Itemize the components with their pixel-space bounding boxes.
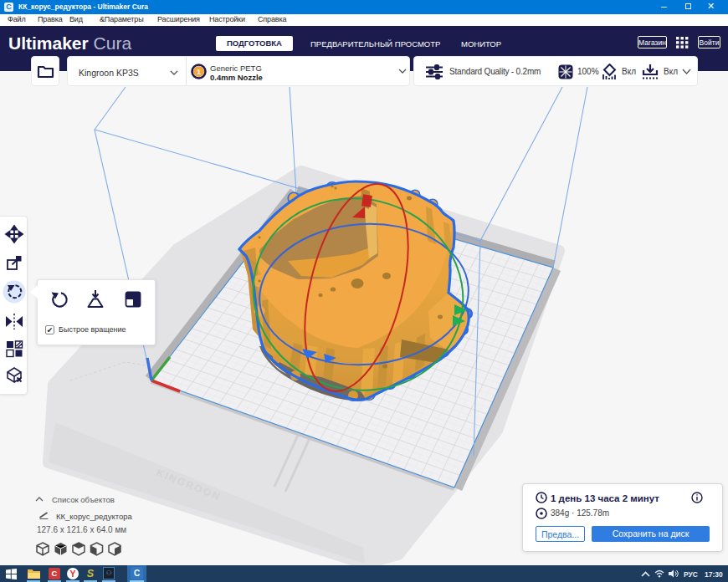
- svg-text:1: 1: [197, 68, 201, 76]
